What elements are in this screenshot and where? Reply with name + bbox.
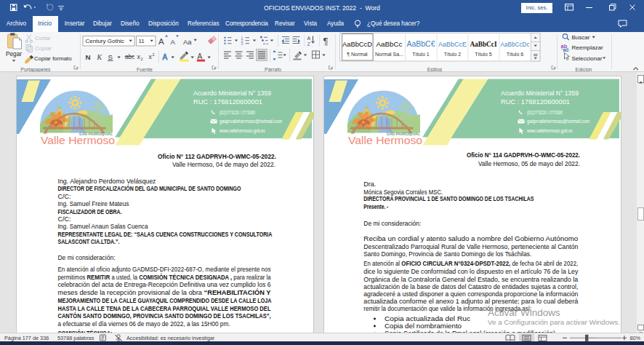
svg-text:Oficio N° 112 GADPRVH-O-WMC-05: Oficio N° 112 GADPRVH-O-WMC-05-2022. bbox=[158, 153, 276, 160]
svg-text:Reciba un cordial y atento sal: Reciba un cordial y atento saludo a nomb… bbox=[363, 235, 578, 242]
svg-text:a efectuarse el día viernes 06: a efectuarse el día viernes 06 de mayo d… bbox=[57, 320, 230, 328]
svg-text:Seleccionar: Seleccionar bbox=[572, 55, 603, 62]
svg-text:N: N bbox=[86, 53, 91, 61]
svg-text:Valle Hermoso, 05 de mayo del: Valle Hermoso, 05 de mayo del 2022. bbox=[478, 160, 580, 167]
svg-text:Reemplazar: Reemplazar bbox=[572, 44, 603, 51]
svg-text:Cortar: Cortar bbox=[35, 35, 51, 41]
svg-text:meses desde la recepción provi: meses desde la recepción provisional de … bbox=[57, 288, 270, 296]
svg-text:AaBbCcD: AaBbCcD bbox=[342, 41, 372, 48]
svg-text:C/C:: C/C: bbox=[57, 215, 71, 223]
svg-text:Estilos: Estilos bbox=[427, 67, 443, 72]
svg-text:FISCALIZADOR DE OBRA.: FISCALIZADOR DE OBRA. bbox=[57, 208, 121, 215]
svg-text:Copia actualizada del Ruc: Copia actualizada del Ruc bbox=[385, 315, 471, 322]
svg-text:celebración del acta de Entreg: celebración del acta de Entrega-Recepció… bbox=[57, 281, 270, 288]
svg-text:En atención al OFICIO CIRCULAR: En atención al OFICIO CIRCULAR N°0324-DP… bbox=[363, 260, 578, 267]
svg-text:Fuente: Fuente bbox=[137, 67, 153, 72]
svg-text:K: K bbox=[97, 53, 102, 61]
svg-text:Copiar formato: Copiar formato bbox=[34, 55, 72, 62]
svg-text:Santo Domingo, Provincia de Sa: Santo Domingo, Provincia de Santo Doming… bbox=[363, 250, 531, 258]
svg-text:permitimos REMITIR a usted, la: permitimos REMITIR a usted, la COMISIÓN … bbox=[57, 273, 270, 281]
svg-text:actualizada conforme el anexo: actualizada conforme el anexo 1 adjunto … bbox=[363, 298, 578, 305]
svg-text:Pegar: Pegar bbox=[6, 51, 22, 58]
svg-text:Normal Sa...: Normal Sa... bbox=[375, 52, 403, 57]
svg-text:Orgánica de la Contraloría Gen: Orgánica de la Contraloría General del E… bbox=[363, 276, 578, 283]
svg-text:S: S bbox=[108, 53, 113, 61]
svg-text:Presente. -: Presente. - bbox=[363, 203, 388, 210]
svg-text:2: 2 bbox=[141, 57, 143, 61]
svg-text:abc: abc bbox=[125, 54, 134, 60]
svg-text:De mi consideración:: De mi consideración: bbox=[57, 254, 115, 261]
svg-text:Mónica Segovia Corrales MSC.: Mónica Segovia Corrales MSC. bbox=[363, 189, 443, 196]
svg-text:AaBbC€: AaBbC€ bbox=[406, 39, 435, 48]
svg-text:REPRESENTANTE LEGAL DE: “SALAS: REPRESENTANTE LEGAL DE: “SALAS CUENCA CO… bbox=[57, 231, 272, 238]
svg-text:DIRECTOR DE FISCALIZACIÓN DEL: DIRECTOR DE FISCALIZACIÓN DEL GAD MUNICI… bbox=[57, 184, 241, 192]
svg-text:dice lo siguiente De conformid: dice lo siguiente De conformidad con lo … bbox=[363, 268, 578, 275]
svg-text:En atención al oficio adjunto: En atención al oficio adjunto GADMSD-DFI… bbox=[57, 266, 270, 273]
svg-text:Dra.: Dra. bbox=[363, 181, 376, 188]
svg-text:CANTÓN SANTO DOMINGO, PROVINCI: CANTÓN SANTO DOMINGO, PROVINCIA SANTO DO… bbox=[57, 312, 270, 320]
svg-text:Ing. Alejandro Perdomo Velásqu: Ing. Alejandro Perdomo Velásquez bbox=[57, 178, 156, 185]
svg-text:Título 1: Título 1 bbox=[412, 52, 429, 57]
svg-text:Párrafo: Párrafo bbox=[265, 67, 281, 72]
svg-text:A: A bbox=[307, 36, 311, 41]
svg-text:Century Gothic: Century Gothic bbox=[86, 38, 124, 44]
svg-text:Portapapeles: Portapapeles bbox=[20, 67, 51, 73]
svg-text:Ing. Samuel Freire Mateus: Ing. Samuel Freire Mateus bbox=[57, 200, 129, 207]
svg-text:agradeceré a usted disponer a: agradeceré a usted disponer a quien corr… bbox=[363, 290, 578, 298]
svg-text:Título 5: Título 5 bbox=[475, 52, 491, 57]
svg-text:A: A bbox=[158, 37, 164, 46]
svg-text:Oficio N° 114 GADPRVH-O-WMC-05: Oficio N° 114 GADPRVH-O-WMC-05-2022. bbox=[467, 151, 580, 159]
svg-text:AaBbCc: AaBbCc bbox=[377, 40, 403, 48]
svg-text:Buscar: Buscar bbox=[572, 34, 590, 41]
svg-text:Título 6: Título 6 bbox=[507, 52, 523, 57]
svg-text:A: A bbox=[198, 52, 203, 60]
svg-text:MEJORAMIENTO DE LA CALLE GUAYA: MEJORAMIENTO DE LA CALLE GUAYAQUIL COMPR… bbox=[57, 297, 271, 304]
svg-text:Aa: Aa bbox=[183, 38, 192, 46]
svg-text:Copiar: Copiar bbox=[35, 45, 52, 52]
svg-text:3: 3 bbox=[241, 41, 243, 46]
svg-text:Copia del nombramiento: Copia del nombramiento bbox=[385, 322, 462, 330]
svg-text:Edición: Edición bbox=[576, 67, 592, 72]
svg-text:De mi consideración:: De mi consideración: bbox=[363, 220, 421, 227]
svg-text:AaBbCcE: AaBbCcE bbox=[438, 41, 467, 48]
svg-text:AaBbCcDc: AaBbCcDc bbox=[500, 41, 529, 48]
svg-text:A: A bbox=[171, 38, 176, 46]
svg-text:C/C:: C/C: bbox=[57, 193, 71, 200]
svg-text:Descentralizado Parroquial Rur: Descentralizado Parroquial Rural de Vall… bbox=[363, 243, 578, 250]
svg-text:Título 2: Título 2 bbox=[444, 52, 461, 57]
svg-text:¶ Normal: ¶ Normal bbox=[347, 52, 368, 57]
svg-text:Ing. Samuel Anaun Salas Cuenca: Ing. Samuel Anaun Salas Cuenca bbox=[57, 223, 148, 230]
svg-text:HASTA LA CALLE TENA DE LA CABE: HASTA LA CALLE TENA DE LA CABECERA PARRO… bbox=[57, 305, 270, 312]
svg-text:actualización de la base de da: actualización de la base de datos del Ca… bbox=[363, 283, 578, 290]
svg-text:A: A bbox=[163, 53, 168, 61]
svg-text:¶: ¶ bbox=[323, 36, 329, 47]
svg-text:Valle Hermoso, 04 de mayo del: Valle Hermoso, 04 de mayo del 2022. bbox=[172, 161, 275, 168]
svg-text:AaBbCcI: AaBbCcI bbox=[470, 41, 497, 48]
svg-text:DIRECTORA PROVINCIAL 1 DE SANT: DIRECTORA PROVINCIAL 1 DE SANTO DOMINGO … bbox=[363, 195, 534, 202]
svg-text:Z: Z bbox=[307, 41, 311, 47]
svg-text:11: 11 bbox=[139, 38, 145, 44]
svg-text:SALASCONT CIA.LTDA.”.: SALASCONT CIA.LTDA.”. bbox=[57, 238, 119, 245]
svg-text:2: 2 bbox=[153, 52, 155, 57]
